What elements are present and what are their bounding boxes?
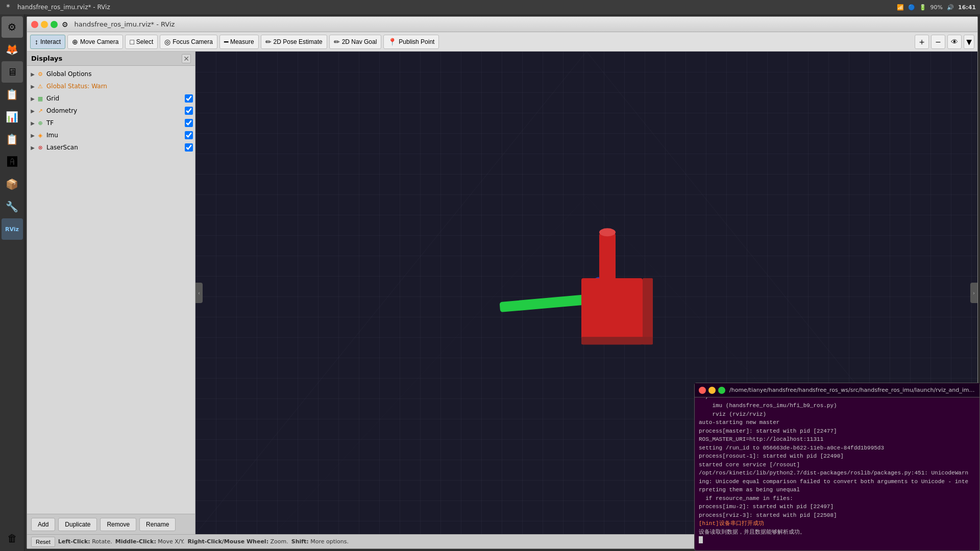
duplicate-button[interactable]: Duplicate xyxy=(58,518,97,531)
grid-label: Grid xyxy=(46,95,185,102)
sidebar-app-trash[interactable]: 🗑 xyxy=(2,528,23,549)
rviz-titlebar: ⚙ handsfree_ros_imu.rviz* - RViz xyxy=(27,17,977,32)
minimize-button[interactable] xyxy=(41,21,48,28)
bluetooth-icon: 🔵 xyxy=(908,4,915,11)
expand-icon: ▶ xyxy=(29,144,36,151)
terminal-minimize-button[interactable] xyxy=(708,387,716,394)
tf-icon: ⊕ xyxy=(36,119,44,127)
right-click-label: Right-Click/Mouse Wheel: Zoom. xyxy=(188,538,288,545)
terminal-window: /home/tianye/handsfree/handsfree_ros_ws/… xyxy=(694,383,980,551)
tf-label: TF xyxy=(46,119,185,127)
grid-checkbox[interactable] xyxy=(185,94,193,103)
tree-item-global-status[interactable]: ▶ ⚠ Global Status: Warn xyxy=(27,80,195,92)
minus-icon-btn[interactable]: − xyxy=(931,35,945,49)
select-button[interactable]: □ Select xyxy=(125,35,158,49)
displays-tree: ▶ ⚙ Global Options ▶ ⚠ Global Status: Wa… xyxy=(27,66,195,514)
eye-icon-btn[interactable]: 👁 xyxy=(947,35,962,49)
left-click-label: Left-Click: Rotate. xyxy=(58,538,112,545)
window-title: handsfree_ros_imu.rviz* - RViz xyxy=(17,4,110,11)
sidebar-app-terminal[interactable]: 🖥 xyxy=(2,61,23,83)
focus-camera-button[interactable]: ◎ Focus Camera xyxy=(160,35,217,49)
svg-rect-11 xyxy=(643,278,653,344)
sidebar-app-tools[interactable]: 🔧 xyxy=(2,196,23,217)
terminal-body[interactable]: * /rosdistro: kinetic * /rosversion: 1.1… xyxy=(695,397,979,550)
robot-scene xyxy=(495,196,678,371)
imu-label: Imu xyxy=(46,132,185,139)
sidebar-app-fonts[interactable]: 🅰 xyxy=(2,151,23,172)
middle-click-label: Middle-Click: Move X/Y. xyxy=(115,538,185,545)
terminal-window-buttons xyxy=(699,387,725,394)
focus-camera-icon: ◎ xyxy=(164,38,170,46)
pose-estimate-button[interactable]: ✏ 2D Pose Estimate xyxy=(261,35,327,49)
tree-item-odometry[interactable]: ▶ ↗ Odometry xyxy=(27,105,195,117)
expand-icon: ▶ xyxy=(29,70,36,78)
move-camera-icon: ⊕ xyxy=(72,38,78,46)
sidebar-app-files[interactable]: 📋 xyxy=(2,84,23,105)
toolbar-right: + − 👁 ▼ xyxy=(915,35,974,49)
shift-label: Shift: More options. xyxy=(291,538,349,545)
terminal-titlebar: /home/tianye/handsfree/handsfree_ros_ws/… xyxy=(695,383,979,397)
reset-button[interactable]: Reset xyxy=(31,537,55,547)
move-camera-button[interactable]: ⊕ Move Camera xyxy=(67,35,123,49)
interact-button[interactable]: ↕ Interact xyxy=(30,35,65,49)
remove-button[interactable]: Remove xyxy=(100,518,136,531)
add-button[interactable]: Add xyxy=(31,518,55,531)
terminal-maximize-button[interactable] xyxy=(718,387,725,394)
viewport-handle-left[interactable]: ‹ xyxy=(195,283,203,303)
terminal-close-button[interactable] xyxy=(699,387,706,394)
tree-item-grid[interactable]: ▶ ▦ Grid xyxy=(27,92,195,105)
tree-item-imu[interactable]: ▶ ◈ Imu xyxy=(27,129,195,141)
viewport-handle-right[interactable]: › xyxy=(970,283,977,303)
wifi-icon: 📶 xyxy=(897,4,904,11)
app-menu-icon[interactable]: ＊ xyxy=(4,2,12,13)
publish-point-button[interactable]: 📍 Publish Point xyxy=(383,35,439,49)
tf-checkbox[interactable] xyxy=(185,119,193,127)
sidebar-app-spreadsheet[interactable]: 📊 xyxy=(2,106,23,128)
tree-item-global-options[interactable]: ▶ ⚙ Global Options xyxy=(27,68,195,80)
expand-icon: ▶ xyxy=(29,107,36,114)
close-button[interactable] xyxy=(31,21,38,28)
sidebar-app-firefox[interactable]: 🦊 xyxy=(2,39,23,60)
sidebar-app-settings[interactable]: ⚙ xyxy=(2,16,23,38)
svg-rect-10 xyxy=(581,278,643,344)
svg-rect-12 xyxy=(581,337,653,344)
tree-item-tf[interactable]: ▶ ⊕ TF xyxy=(27,117,195,129)
expand-icon-btn[interactable]: ▼ xyxy=(964,35,974,49)
global-status-label: Global Status: Warn xyxy=(46,83,193,90)
panel-close-button[interactable]: ✕ xyxy=(182,54,191,63)
rename-button[interactable]: Rename xyxy=(139,518,176,531)
measure-button[interactable]: ━ Measure xyxy=(219,35,259,49)
odometry-label: Odometry xyxy=(46,107,185,114)
global-options-icon: ⚙ xyxy=(36,70,44,78)
laserscan-label: LaserScan xyxy=(46,144,185,151)
battery-level: 90% xyxy=(930,4,943,11)
robot-svg xyxy=(495,196,678,370)
speaker-icon: 🔊 xyxy=(947,4,954,11)
panel-buttons: Add Duplicate Remove Rename xyxy=(27,514,195,534)
system-bar: ＊ handsfree_ros_imu.rviz* - RViz 📶 🔵 🔋 9… xyxy=(0,0,980,14)
terminal-title: /home/tianye/handsfree/handsfree_ros_ws/… xyxy=(729,387,975,393)
sidebar-app-rviz[interactable]: RViz xyxy=(2,218,23,240)
global-options-label: Global Options xyxy=(46,70,193,78)
system-bar-left: ＊ handsfree_ros_imu.rviz* - RViz xyxy=(4,2,110,13)
odometry-checkbox[interactable] xyxy=(185,107,193,115)
select-icon: □ xyxy=(130,38,134,46)
odometry-icon: ↗ xyxy=(36,107,44,115)
sidebar-app-docs[interactable]: 📋 xyxy=(2,129,23,150)
expand-icon: ▶ xyxy=(29,95,36,102)
rviz-toolbar: ↕ Interact ⊕ Move Camera □ Select ◎ Focu… xyxy=(27,32,977,52)
nav-goal-button[interactable]: ✏ 2D Nav Goal xyxy=(329,35,382,49)
laserscan-icon: ⊗ xyxy=(36,143,44,152)
imu-checkbox[interactable] xyxy=(185,131,193,139)
tree-item-laserscan[interactable]: ▶ ⊗ LaserScan xyxy=(27,141,195,154)
main-content: ⚙ 🦊 🖥 📋 📊 📋 🅰 📦 🔧 RViz 🗑 ⚙ handsfree_ros… xyxy=(0,14,980,551)
maximize-button[interactable] xyxy=(51,21,58,28)
publish-point-icon: 📍 xyxy=(388,38,397,46)
laserscan-checkbox[interactable] xyxy=(185,143,193,152)
add-icon-btn[interactable]: + xyxy=(915,35,929,49)
expand-icon: ▶ xyxy=(29,83,36,90)
battery-icon: 🔋 xyxy=(919,4,926,11)
interact-icon: ↕ xyxy=(35,38,38,46)
pose-estimate-icon: ✏ xyxy=(265,38,272,46)
sidebar-app-amazon[interactable]: 📦 xyxy=(2,173,23,195)
